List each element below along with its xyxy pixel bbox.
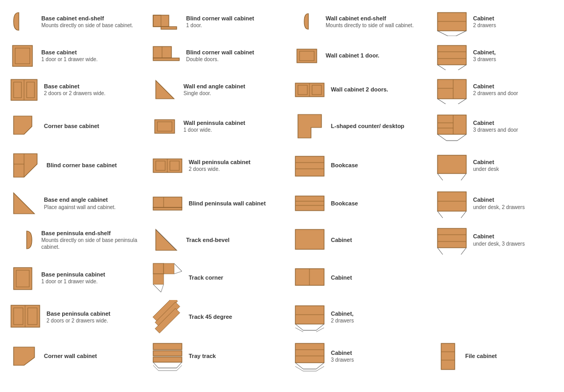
svg-line-59 — [461, 174, 466, 180]
svg-line-45 — [457, 134, 466, 141]
label-name: Cabinet — [331, 236, 428, 244]
icon-file-cabinet — [435, 339, 461, 373]
label-name: Blind corner base cabinet — [47, 162, 143, 169]
svg-rect-3 — [438, 13, 466, 31]
icon-cabinet-under-desk-3drawers — [435, 224, 469, 256]
item-wall-cabinet-end-shelf: Wall cabinet end-shelf Mounts directly t… — [290, 5, 431, 38]
item-blind-peninsula-wall: Blind peninsula wall cabinet — [147, 186, 289, 221]
item-placeholder-2 — [432, 298, 564, 336]
icon-track-corner — [151, 261, 185, 295]
svg-marker-60 — [14, 193, 34, 214]
label-name: Cabinet — [473, 15, 564, 22]
label-name: Base end angle cabinet — [44, 196, 143, 203]
label-name: Cabinet — [473, 233, 564, 240]
icon-blind-corner-base-cabinet — [8, 148, 42, 182]
label-desc: 2 doors or 2 drawers wide. — [47, 317, 143, 324]
icon-blind-corner-wall-1door — [151, 7, 182, 36]
icon-base-cabinet-end-shelf — [8, 7, 37, 36]
svg-line-58 — [438, 174, 443, 180]
label-name: L-shaped counter/ desktop — [331, 122, 428, 130]
item-cabinet-3drawers: Cabinet, 3 drawers — [432, 39, 564, 72]
label-desc: 2 doors wide. — [189, 166, 285, 172]
svg-line-44 — [438, 134, 446, 141]
svg-rect-83 — [164, 263, 174, 274]
item-l-shaped-counter: L-shaped counter/ desktop — [290, 107, 431, 145]
svg-line-70 — [461, 211, 466, 218]
label-name: Base cabinet end-shelf — [41, 15, 143, 22]
label-name: Bookcase — [331, 162, 428, 169]
label-name: Blind peninsula wall cabinet — [189, 200, 285, 207]
svg-rect-57 — [438, 155, 466, 174]
label-desc: 2 drawers — [331, 317, 428, 324]
svg-rect-123 — [441, 343, 455, 370]
label-name: Cabinet, — [331, 310, 428, 317]
icon-cabinet-2drawers — [435, 7, 469, 36]
label-name: Wall peninsula cabinet — [189, 158, 285, 166]
svg-rect-90 — [11, 305, 40, 327]
item-base-cabinet-end-shelf: Base cabinet end-shelf Mounts directly o… — [5, 5, 146, 38]
icon-track-end-bevel — [151, 224, 182, 256]
svg-rect-88 — [295, 269, 324, 285]
label-desc: under desk — [473, 166, 564, 172]
label-desc: under desk, 3 drawers — [473, 240, 564, 247]
item-base-end-angle-cabinet: Base end angle cabinet Place against wal… — [5, 186, 146, 221]
icon-grid: Base cabinet end-shelf Mounts directly o… — [5, 5, 559, 375]
label-name: Wall cabinet end-shelf — [326, 15, 428, 22]
icon-base-cabinet-1door — [8, 41, 37, 70]
label-desc: Mounts directly to side of wall cabinet. — [326, 22, 428, 29]
svg-line-5 — [438, 31, 448, 36]
icon-base-peninsula-end-shelf — [8, 226, 37, 255]
icon-track-45-degree — [151, 300, 185, 334]
label-desc: 1 door. — [186, 22, 285, 29]
item-cabinet-3drawers-bottom: Cabinet 3 drawers — [290, 337, 431, 375]
svg-line-84 — [153, 284, 161, 292]
label-desc: 3 drawers — [331, 356, 428, 363]
label-name: Cabinet, — [473, 49, 564, 56]
item-base-cabinet-1door: Base cabinet 1 door or 1 drawer wide. — [5, 39, 146, 72]
label-name: Cabinet — [473, 83, 564, 90]
svg-line-34 — [457, 99, 466, 104]
item-cabinet-2drawers-bottom: Cabinet, 2 drawers — [290, 298, 431, 336]
svg-line-18 — [438, 65, 446, 70]
label-desc: Mounts directly on side of base peninsul… — [41, 237, 143, 250]
svg-rect-105 — [153, 343, 182, 350]
label-desc: 1 door wide. — [183, 126, 285, 133]
item-tray-track: Tray track — [147, 337, 289, 375]
icon-base-end-angle-cabinet — [8, 188, 40, 219]
svg-line-117 — [295, 363, 303, 369]
svg-rect-64 — [295, 196, 324, 211]
label-desc: Mounts directly on side of base cabinet. — [41, 22, 143, 29]
item-base-peninsula-1door: Base peninsula cabinet 1 door or 1 drawe… — [5, 259, 146, 297]
svg-rect-67 — [438, 192, 466, 211]
item-cabinet-plain-large: Cabinet — [290, 222, 431, 258]
icon-cabinet-under-desk-2drawers — [435, 188, 469, 219]
item-cabinet-under-desk: Cabinet under desk — [432, 146, 564, 185]
svg-rect-107 — [153, 357, 182, 362]
svg-line-111 — [153, 365, 158, 371]
svg-line-118 — [316, 363, 324, 369]
label-name: Corner base cabinet — [44, 122, 143, 130]
svg-rect-63 — [153, 207, 182, 210]
item-base-peninsula-end-shelf: Base peninsula end-shelf Mounts directly… — [5, 222, 146, 258]
svg-rect-61 — [153, 197, 182, 207]
icon-blind-peninsula-wall — [151, 189, 185, 218]
svg-rect-8 — [13, 45, 32, 66]
item-wall-peninsula-2door: Wall peninsula cabinet 2 doors wide. — [147, 146, 289, 185]
icon-wall-peninsula-2door — [151, 151, 185, 180]
item-file-cabinet: File cabinet — [432, 337, 564, 375]
label-desc: 2 doors or 2 drawers wide. — [44, 90, 143, 97]
label-name: Track end-bevel — [186, 236, 285, 244]
svg-line-33 — [438, 99, 446, 104]
item-wall-cabinet-1door: Wall cabinet 1 door. — [290, 39, 431, 72]
item-wall-end-angle: Wall end angle cabinet Single door. — [147, 73, 289, 106]
svg-line-109 — [177, 362, 182, 368]
label-name: Track corner — [189, 274, 285, 281]
label-name: Wall cabinet 2 doors. — [331, 86, 428, 93]
label-name: Wall end angle cabinet — [183, 83, 285, 90]
icon-cabinet-3drawers-door — [435, 111, 469, 142]
label-desc: 3 drawers and door — [473, 126, 564, 133]
label-name: Corner wall cabinet — [44, 352, 143, 360]
label-desc: Double doors. — [186, 56, 285, 63]
svg-rect-73 — [295, 229, 324, 249]
svg-rect-2 — [161, 27, 177, 29]
